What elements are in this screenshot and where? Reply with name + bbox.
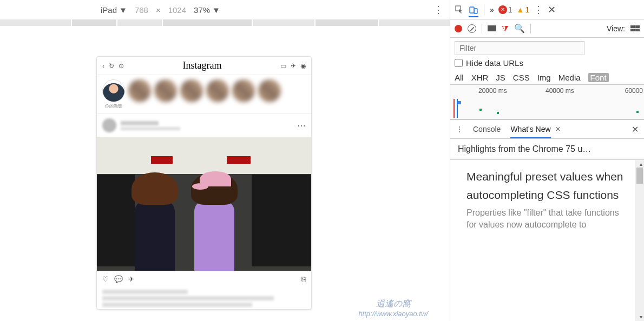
post-username[interactable] bbox=[121, 121, 159, 125]
filter-js[interactable]: JS bbox=[496, 73, 505, 82]
post-more-icon[interactable]: ⋯ bbox=[297, 121, 306, 131]
watermark: 逍遙の窩 http://www.xiaoyao.tw/ bbox=[358, 298, 428, 318]
device-mode-icon[interactable] bbox=[469, 8, 478, 17]
scrollbar[interactable]: ▴ ▾ bbox=[635, 160, 644, 321]
post-text bbox=[102, 296, 274, 300]
device-viewport: iPad▼ 768 × 1024 37%▼ ⋮ ‹ ↻ ⊙ Instagram bbox=[0, 0, 450, 321]
post-image[interactable] bbox=[97, 137, 311, 271]
camera-icon[interactable]: ⊙ bbox=[119, 62, 124, 70]
device-toolbar: iPad▼ 768 × 1024 37%▼ ⋮ bbox=[0, 0, 450, 19]
devtools-close-icon[interactable]: ✕ bbox=[548, 4, 556, 16]
scroll-thumb[interactable] bbox=[636, 168, 643, 184]
svg-rect-1 bbox=[470, 7, 474, 13]
devtools-menu-icon[interactable]: ⋮ bbox=[534, 4, 543, 16]
bookmark-icon[interactable]: ⎘ bbox=[301, 275, 306, 283]
scroll-up-icon[interactable]: ▴ bbox=[640, 161, 642, 167]
story-item[interactable] bbox=[258, 79, 281, 102]
filter-img[interactable]: Img bbox=[537, 73, 551, 82]
dimension-separator: × bbox=[156, 5, 161, 15]
post-avatar[interactable] bbox=[102, 118, 116, 132]
device-select[interactable]: iPad▼ bbox=[101, 5, 127, 15]
warning-count[interactable]: 1 bbox=[517, 5, 530, 14]
search-icon[interactable]: 🔍 bbox=[514, 23, 525, 34]
comment-icon[interactable]: 💬 bbox=[114, 275, 123, 283]
screenshots-icon[interactable] bbox=[488, 25, 496, 31]
responsive-ruler[interactable] bbox=[0, 19, 450, 26]
hide-data-urls-checkbox[interactable]: Hide data URLs bbox=[455, 58, 640, 68]
tab-whats-new[interactable]: What's New bbox=[510, 125, 550, 138]
post-actions: ♡ 💬 ✈ ⎘ bbox=[97, 271, 311, 287]
post-text bbox=[102, 290, 188, 294]
svg-rect-2 bbox=[474, 9, 477, 14]
story-item[interactable] bbox=[128, 79, 151, 102]
igtv-icon[interactable]: ▭ bbox=[280, 62, 286, 70]
filter-xhr[interactable]: XHR bbox=[471, 73, 489, 82]
device-toolbar-menu-icon[interactable]: ⋮ bbox=[433, 4, 443, 16]
post-text bbox=[102, 303, 252, 307]
panel-overflow-icon[interactable]: » bbox=[490, 5, 494, 14]
viewport-height-input[interactable]: 1024 bbox=[168, 5, 186, 15]
whats-new-header: Highlights from the Chrome 75 u… bbox=[450, 139, 644, 160]
record-button[interactable] bbox=[455, 25, 462, 32]
story-item[interactable] bbox=[206, 79, 229, 102]
post-location[interactable] bbox=[121, 127, 180, 130]
story-item[interactable] bbox=[154, 79, 177, 102]
story-item[interactable] bbox=[232, 79, 255, 102]
devtools-panel: » ✕1 1 ⋮ ✕ ⧩ 🔍 View: Hide data URLs All … bbox=[450, 0, 644, 321]
devtools-main-toolbar: » ✕1 1 ⋮ ✕ bbox=[450, 0, 644, 19]
network-type-filter: All XHR JS CSS Img Media Font bbox=[450, 71, 644, 85]
network-timeline[interactable]: 20000 ms 40000 ms 60000 bbox=[450, 85, 644, 119]
whats-new-heading: Meaningful preset values when autocomple… bbox=[466, 168, 628, 204]
zoom-select[interactable]: 37%▼ bbox=[194, 5, 220, 15]
filter-media[interactable]: Media bbox=[558, 73, 581, 82]
network-toolbar: ⧩ 🔍 View: bbox=[450, 19, 644, 38]
post-header: ⋯ bbox=[97, 114, 311, 137]
hide-data-urls-box[interactable] bbox=[455, 59, 463, 67]
filter-css[interactable]: CSS bbox=[513, 73, 530, 82]
instagram-logo: Instagram bbox=[183, 60, 222, 71]
profile-icon[interactable]: ◉ bbox=[300, 62, 306, 70]
refresh-icon[interactable]: ↻ bbox=[109, 62, 114, 70]
view-label: View: bbox=[607, 24, 625, 33]
inspect-element-icon[interactable] bbox=[455, 5, 464, 15]
like-icon[interactable]: ♡ bbox=[102, 275, 109, 283]
stories-row[interactable]: 你的勤態 bbox=[97, 75, 311, 114]
story-item[interactable] bbox=[180, 79, 203, 102]
error-count[interactable]: ✕1 bbox=[498, 5, 512, 14]
share-icon[interactable]: ✈ bbox=[128, 275, 134, 283]
drawer-close-icon[interactable]: ✕ bbox=[632, 124, 639, 135]
viewport-width-input[interactable]: 768 bbox=[135, 5, 148, 15]
emulated-canvas: ‹ ↻ ⊙ Instagram ▭ ✈ ◉ 你的勤態 bbox=[0, 26, 450, 321]
back-icon[interactable]: ‹ bbox=[102, 62, 104, 70]
filter-font[interactable]: Font bbox=[588, 73, 609, 82]
filter-all[interactable]: All bbox=[455, 73, 464, 82]
send-icon[interactable]: ✈ bbox=[291, 62, 296, 70]
your-story[interactable] bbox=[102, 79, 125, 102]
drawer-tabs: ⋮ Console What's New ✕ ✕ bbox=[450, 119, 644, 139]
tab-console[interactable]: Console bbox=[473, 125, 501, 133]
whats-new-content[interactable]: Meaningful preset values when autocomple… bbox=[450, 160, 644, 321]
large-rows-icon[interactable] bbox=[630, 25, 640, 31]
instagram-header: ‹ ↻ ⊙ Instagram ▭ ✈ ◉ bbox=[97, 57, 311, 75]
clear-button[interactable] bbox=[468, 24, 476, 33]
emulated-page[interactable]: ‹ ↻ ⊙ Instagram ▭ ✈ ◉ 你的勤態 bbox=[96, 56, 312, 310]
scroll-down-icon[interactable]: ▾ bbox=[640, 314, 642, 320]
tab-close-icon[interactable]: ✕ bbox=[555, 125, 561, 133]
whats-new-body: Properties like "filter" that take funct… bbox=[466, 207, 628, 230]
drawer-menu-icon[interactable]: ⋮ bbox=[456, 125, 463, 133]
network-filter-input[interactable] bbox=[455, 41, 584, 55]
filter-toggle-icon[interactable]: ⧩ bbox=[502, 24, 509, 34]
